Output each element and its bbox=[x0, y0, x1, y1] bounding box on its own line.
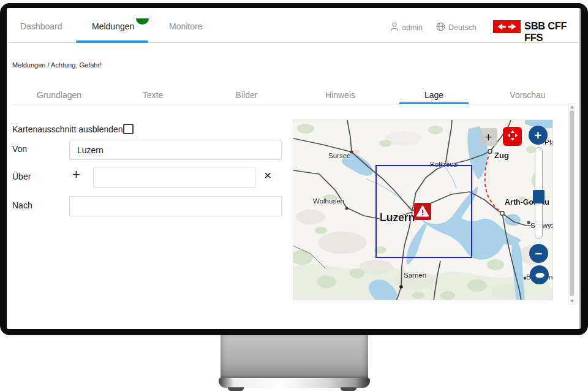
nach-input[interactable] bbox=[69, 196, 282, 216]
nav-item-dashboard[interactable]: Dashboard bbox=[20, 21, 62, 31]
nav-item-meldungen[interactable]: Meldungen bbox=[92, 21, 134, 31]
breadcrumb: Meldungen / Achtung, Gefahr! bbox=[12, 61, 102, 69]
map-move-alert-button[interactable] bbox=[503, 127, 522, 146]
globe-icon[interactable] bbox=[436, 22, 445, 34]
hide-map-label: Kartenausschnitt ausblenden bbox=[12, 124, 123, 134]
von-input[interactable] bbox=[69, 140, 282, 160]
scrollbar-thumb[interactable] bbox=[570, 110, 574, 296]
monitor-foot bbox=[228, 387, 244, 391]
fit-switzerland-button[interactable] bbox=[530, 265, 549, 284]
monitor-foot bbox=[341, 387, 356, 391]
add-via-button[interactable]: + bbox=[72, 168, 80, 181]
hide-map-checkbox[interactable] bbox=[123, 124, 134, 134]
nav-item-monitore[interactable]: Monitore bbox=[169, 21, 202, 31]
tab-hinweis[interactable]: Hinweis bbox=[293, 85, 387, 104]
map-overview-button[interactable]: + bbox=[480, 128, 497, 146]
tab-vorschau[interactable]: Vorschau bbox=[481, 85, 575, 104]
tab-lage-label: Lage bbox=[424, 90, 443, 100]
zoom-out-button[interactable]: − bbox=[529, 244, 548, 263]
top-navbar: Dashboard Meldungen Monitore admin Deuts… bbox=[7, 8, 579, 43]
tab-lage[interactable]: Lage bbox=[387, 85, 481, 104]
route-highlight bbox=[485, 151, 502, 213]
scroll-up-icon[interactable] bbox=[570, 105, 574, 108]
app-screen: Dashboard Meldungen Monitore admin Deuts… bbox=[7, 8, 581, 329]
user-name[interactable]: admin bbox=[402, 23, 423, 32]
sbb-logo-icon bbox=[493, 20, 521, 33]
zoom-in-button[interactable]: + bbox=[529, 126, 548, 145]
tab-bar: Grundlagen Texte Bilder Hinweis Lage Vor… bbox=[12, 85, 575, 105]
user-icon[interactable] bbox=[390, 22, 399, 34]
meldungen-badge bbox=[136, 18, 149, 25]
ueber-input[interactable] bbox=[93, 167, 255, 188]
monitor-stand-base bbox=[219, 378, 370, 388]
switzerland-icon bbox=[533, 268, 546, 281]
tab-grundlagen[interactable]: Grundlagen bbox=[12, 85, 106, 104]
danger-marker-icon[interactable] bbox=[414, 203, 431, 220]
sbb-logo-text: SBB CFF FFS bbox=[524, 20, 579, 44]
monitor-stand bbox=[221, 335, 368, 378]
zoom-slider-handle[interactable] bbox=[533, 190, 545, 203]
active-nav-underline bbox=[76, 40, 148, 43]
active-tab-underline bbox=[399, 102, 469, 104]
von-label: Von bbox=[12, 144, 27, 154]
page-scrollbar[interactable] bbox=[568, 103, 575, 305]
ueber-label: Über bbox=[12, 172, 31, 181]
scroll-down-icon[interactable] bbox=[570, 300, 574, 303]
clear-via-button[interactable]: × bbox=[264, 169, 271, 181]
pan-arrows-icon bbox=[506, 129, 519, 144]
nach-label: Nach bbox=[12, 200, 32, 210]
tab-bilder[interactable]: Bilder bbox=[200, 85, 293, 104]
map-canvas[interactable]: Sursee Wolhusen Luzern Rotkreuz Zug Arth… bbox=[293, 120, 553, 300]
tab-texte[interactable]: Texte bbox=[106, 85, 200, 104]
language-selector[interactable]: Deutsch bbox=[448, 23, 477, 32]
